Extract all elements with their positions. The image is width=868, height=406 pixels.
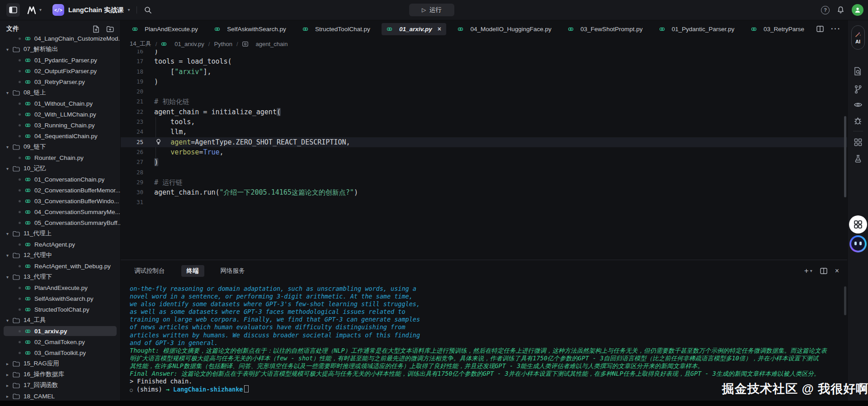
tab-StructedToolChat.py[interactable]: StructedToolChat.py [297,23,375,35]
workspace-icon: </> [52,4,64,16]
chevron-down-icon[interactable]: ▾ [6,166,13,171]
breadcrumb-language[interactable]: Python [214,41,232,47]
assistant-robot-button[interactable] [848,235,868,252]
breadcrumb-folder[interactable]: 14_工具 [130,40,151,48]
workspace-switcher[interactable]: </> LangChain 实战课 ▾ [52,4,130,16]
modified-dot [19,287,21,289]
file-ReActAgent.py[interactable]: ReActAgent.py [0,239,120,250]
tab-PlanAndExecute.py[interactable]: PlanAndExecute.py [127,23,203,35]
chevron-down-icon[interactable]: ▾ [6,253,13,258]
file-ReActAgent_with_Debug.py[interactable]: ReActAgent_with_Debug.py [0,261,120,271]
chevron-right-icon[interactable]: ▸ [6,394,13,399]
chevron-down-icon[interactable]: ▾ [6,231,13,236]
file-01_Pydantic_Parser.py[interactable]: 01_Pydantic_Parser.py [0,55,120,65]
breadcrumb-file[interactable]: 01_arxiv.py [175,41,204,47]
tab-SelfAskwithSearch.py[interactable]: SelfAskwithSearch.py [209,23,291,35]
file-02_OutputFixParser.py[interactable]: 02_OutputFixParser.py [0,65,120,76]
code-editor[interactable]: 16)17tools = load_tools(18 ["arxiv"],19)… [121,50,847,260]
terminal-tab-网络服务[interactable]: 网络服务 [215,265,250,277]
file-02_With_LLMChain.py[interactable]: 02_With_LLMChain.py [0,109,120,120]
juejin-widget-button[interactable] [848,215,868,233]
git-button[interactable] [848,85,868,94]
python-file-icon [25,36,31,42]
folder-10_记忆[interactable]: ▾10_记忆 [0,163,120,174]
new-folder-button[interactable] [106,26,114,33]
tests-button[interactable] [848,154,868,163]
code-text: # 初始化链 [154,97,189,107]
chevron-down-icon[interactable]: ▾ [6,47,13,52]
folder-18_CAMEL[interactable]: ▸18_CAMEL [0,391,120,401]
debug-button[interactable] [848,117,868,126]
chevron-right-icon[interactable]: ▸ [6,372,13,377]
tab-03_FewShotPrompt.py[interactable]: 03_FewShotPrompt.py [563,23,647,35]
toggle-left-panel-button[interactable] [6,3,20,17]
folder-11_代理上[interactable]: ▾11_代理上 [0,228,120,239]
file-04_LangChain_CustomizeMod...[interactable]: 04_LangChain_CustomizeMod... [0,33,120,44]
close-icon[interactable]: × [438,25,441,33]
chevron-down-icon[interactable]: ▾ [6,90,13,95]
terminal-tab-终端[interactable]: 终端 [181,265,204,277]
line-number: 19 [121,77,143,87]
python-file-icon [132,26,138,32]
chevron-down-icon[interactable]: ▾ [6,275,13,280]
file-02_ConversationBufferMemor...[interactable]: 02_ConversationBufferMemor... [0,185,120,196]
editor-scrollbar[interactable] [844,116,846,197]
code-text: ) [154,50,158,56]
magic-wand-icon [855,31,861,37]
chevron-down-icon[interactable]: ▾ [6,145,13,149]
file-PlanAndExecute.py[interactable]: PlanAndExecute.py [0,282,120,293]
folder-12_代理中[interactable]: ▾12_代理中 [0,250,120,261]
terminal-tab-调试控制台[interactable]: 调试控制台 [129,265,170,277]
chevron-right-icon[interactable]: ▸ [6,383,13,388]
code-review-button[interactable] [848,101,868,108]
folder-07_解析输出[interactable]: ▾07_解析输出 [0,44,120,55]
folder-14_工具[interactable]: ▾14_工具 [0,315,120,326]
file-StructedToolChat.py[interactable]: StructedToolChat.py [0,304,120,315]
ai-assistant-button[interactable]: AI [848,25,868,50]
terminal-scrollbar[interactable] [844,286,846,315]
line-number: 17 [121,56,143,66]
more-actions-button[interactable]: ··· [831,25,841,33]
run-button[interactable]: ▷ 运行 [409,4,454,16]
search-files-button[interactable] [848,67,868,76]
file-04_SequentialChain.py[interactable]: 04_SequentialChain.py [0,131,120,141]
file-01_arxiv.py[interactable]: 01_arxiv.py [0,326,120,336]
folder-16_操作数据库[interactable]: ▸16_操作数据库 [0,369,120,380]
file-04_ConversationSummaryMe...[interactable]: 04_ConversationSummaryMe... [0,206,120,217]
file-03_Running_Chain.py[interactable]: 03_Running_Chain.py [0,120,120,131]
fleet-logo-menu[interactable]: ▾ [26,5,42,15]
new-terminal-button[interactable]: + ▾ [804,266,812,275]
file-SelfAskwithSearch.py[interactable]: SelfAskwithSearch.py [0,293,120,304]
new-file-button[interactable] [93,25,99,33]
chevron-right-icon[interactable]: ▸ [6,361,13,366]
folder-13_代理下[interactable]: ▾13_代理下 [0,271,120,282]
file-02_GmailToken.py[interactable]: 02_GmailToken.py [0,336,120,347]
chevron-down-icon[interactable]: ▾ [6,318,13,323]
tree-item-label: StructedToolChat.py [34,306,90,313]
help-icon[interactable]: ? [821,6,830,14]
split-editor-button[interactable] [816,26,824,32]
file-03_ConversationBufferWindo...[interactable]: 03_ConversationBufferWindo... [0,196,120,206]
code-text: tools = load_tools( [154,56,232,66]
notifications-button[interactable] [837,6,844,14]
close-terminal-button[interactable]: × [835,267,839,275]
tab-01_Pydantic_Parser.py[interactable]: 01_Pydantic_Parser.py [654,23,740,35]
file-05_ConversationSummaryBuff...[interactable]: 05_ConversationSummaryBuff... [0,217,120,228]
global-search-button[interactable] [144,6,152,14]
folder-08_链上[interactable]: ▾08_链上 [0,87,120,98]
file-01_Without_Chain.py[interactable]: 01_Without_Chain.py [0,98,120,109]
tab-04_ModelIO_HuggingFace.py[interactable]: 04_ModelIO_HuggingFace.py [453,23,556,35]
widgets-button[interactable] [848,138,868,146]
folder-09_链下[interactable]: ▾09_链下 [0,141,120,152]
tab-01_arxiv.py[interactable]: 01_arxiv.py× [382,23,446,35]
tab-03_RetryParse[interactable]: 03_RetryParse [746,23,809,35]
folder-17_回调函数[interactable]: ▸17_回调函数 [0,380,120,391]
breadcrumb-symbol[interactable]: agent_chain [256,41,288,47]
user-avatar[interactable] [852,4,863,16]
file-01_ConversationChain.py[interactable]: 01_ConversationChain.py [0,174,120,185]
folder-15_RAG应用[interactable]: ▸15_RAG应用 [0,358,120,369]
file-03_RetryParser.py[interactable]: 03_RetryParser.py [0,76,120,87]
file-03_GmailToolkit.py[interactable]: 03_GmailToolkit.py [0,347,120,358]
file-Rounter_Chain.py[interactable]: Rounter_Chain.py [0,152,120,163]
split-terminal-button[interactable] [820,268,827,274]
